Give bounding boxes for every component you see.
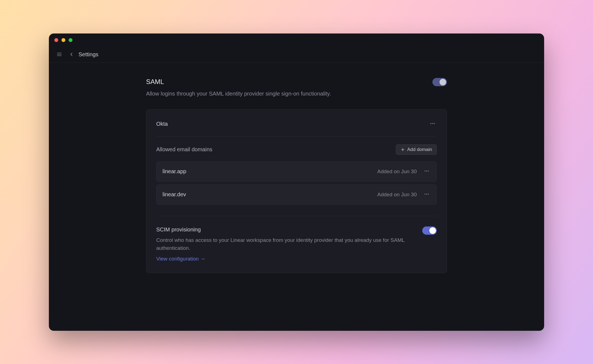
svg-point-5	[434, 123, 435, 124]
provider-name: Okta	[156, 121, 168, 127]
svg-point-10	[428, 170, 429, 171]
domain-row: linear.dev Added on Jun 30	[156, 184, 437, 205]
scim-section: SCIM provisioning Control who has access…	[156, 216, 437, 262]
saml-title: SAML	[146, 78, 432, 86]
page-title: Settings	[79, 51, 98, 58]
add-domain-button[interactable]: Add domain	[396, 144, 437, 155]
more-horizontal-icon	[430, 121, 436, 127]
toggle-knob	[429, 227, 436, 234]
svg-point-11	[425, 194, 426, 194]
scim-toggle[interactable]	[422, 226, 437, 235]
domain-name: linear.dev	[163, 191, 377, 198]
domain-row: linear.app Added on Jun 30	[156, 161, 437, 182]
domain-more-button[interactable]	[423, 167, 430, 176]
window-close-button[interactable]	[54, 38, 58, 42]
saml-header: SAML Allow logins through your SAML iden…	[146, 78, 447, 98]
saml-toggle[interactable]	[432, 78, 447, 86]
svg-point-9	[426, 170, 427, 171]
saml-description: Allow logins through your SAML identity …	[146, 89, 432, 98]
domains-header: Allowed email domains Add domain	[156, 144, 437, 155]
more-horizontal-icon	[424, 191, 429, 197]
domain-added-date: Added on Jun 30	[377, 169, 417, 175]
plus-icon	[401, 147, 405, 152]
domain-added-date: Added on Jun 30	[377, 192, 417, 198]
scim-view-configuration-link[interactable]: View configuration →	[156, 256, 205, 262]
provider-row: Okta	[156, 119, 437, 137]
window-maximize-button[interactable]	[69, 38, 72, 42]
toggle-knob	[440, 79, 446, 85]
domain-more-button[interactable]	[423, 190, 430, 199]
window-titlebar	[49, 33, 544, 47]
svg-point-13	[428, 194, 429, 194]
content-area: SAML Allow logins through your SAML iden…	[49, 63, 544, 331]
scim-title: SCIM provisioning	[156, 226, 411, 233]
svg-point-12	[426, 194, 427, 194]
sidebar-toggle-button[interactable]	[55, 51, 63, 58]
app-window: Settings SAML Allow logins through your …	[49, 33, 544, 331]
more-horizontal-icon	[424, 168, 429, 174]
svg-point-3	[430, 123, 432, 124]
provider-more-button[interactable]	[429, 119, 437, 129]
domain-name: linear.app	[163, 168, 377, 175]
saml-card: Okta Allowed email domains Add domain li…	[146, 109, 447, 273]
domains-label: Allowed email domains	[156, 146, 212, 153]
window-minimize-button[interactable]	[61, 38, 65, 42]
back-button[interactable]	[68, 51, 75, 58]
scim-description: Control who has access to your Linear wo…	[156, 236, 411, 252]
add-domain-label: Add domain	[407, 147, 432, 152]
svg-point-8	[425, 170, 426, 171]
toolbar: Settings	[49, 47, 544, 63]
svg-point-4	[432, 123, 433, 124]
